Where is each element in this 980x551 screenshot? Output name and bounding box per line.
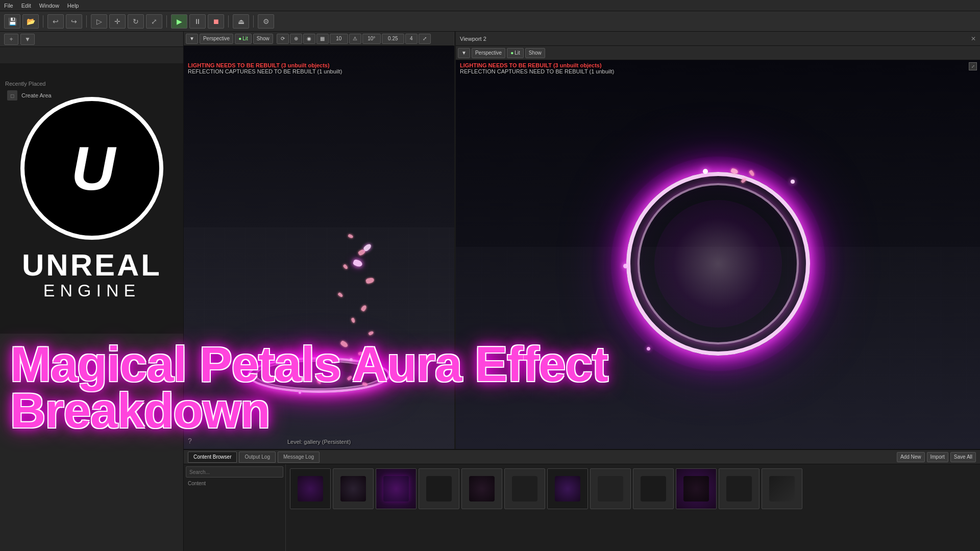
ue-logo-area: U UNREAL ENGINE — [0, 63, 184, 334]
content-search-input[interactable] — [186, 466, 283, 478]
viewport2-lit-btn[interactable]: ● Lit — [507, 48, 524, 58]
add-new-btn[interactable]: Add New — [897, 452, 925, 462]
toolbar-save-btn[interactable]: 💾 — [4, 14, 20, 29]
vp1-btn9[interactable]: 4 — [405, 34, 418, 44]
toolbar-settings-btn[interactable]: ⚙ — [258, 14, 274, 29]
asset-thumb-5[interactable] — [461, 468, 502, 509]
asset-thumb-11[interactable] — [719, 468, 760, 509]
viewport2-show-btn[interactable]: Show — [525, 48, 545, 58]
toolbar-play-btn[interactable]: ▶ — [171, 14, 187, 29]
asset-thumb-9[interactable] — [633, 468, 674, 509]
bottom-panel-content: Content — [184, 464, 980, 551]
viewport1-lit-label: Lit — [242, 36, 248, 41]
toolbar-stop-btn[interactable]: ⏹ — [208, 14, 224, 29]
viewport1-dropdown[interactable]: ▼ — [186, 34, 198, 44]
viewport2-perspective-btn[interactable]: Perspective — [472, 48, 505, 58]
output-log-tab[interactable]: Output Log — [239, 452, 275, 463]
toolbar-pause-btn[interactable]: ⏸ — [189, 14, 206, 29]
petal-glow-1 — [352, 259, 363, 267]
viewport2-dropdown[interactable]: ▼ — [458, 48, 470, 58]
petal-float-5 — [337, 292, 344, 297]
toolbar-rotate-btn[interactable]: ↻ — [128, 14, 144, 29]
vp2-spark4 — [623, 264, 628, 268]
vp1-floating-petals — [333, 230, 394, 362]
vp1-btn6[interactable]: ⚠ — [349, 34, 361, 44]
toolbar-eject-btn[interactable]: ⏏ — [233, 14, 249, 29]
vp2-petal-2 — [741, 178, 747, 184]
petal-float-10 — [358, 352, 363, 356]
asset-thumb-8[interactable] — [590, 468, 631, 509]
save-all-btn[interactable]: Save All — [950, 452, 976, 462]
asset-thumb-2-preview — [340, 476, 366, 502]
toolbar-sep3 — [166, 15, 167, 28]
viewport1-reflection-warning: REFLECTION CAPTURES NEED TO BE REBUILT (… — [188, 68, 342, 74]
main-toolbar: 💾 📂 ↩ ↪ ▷ ✛ ↻ ⤢ ▶ ⏸ ⏹ ⏏ ⚙ — [0, 11, 980, 32]
toolbar-move-btn[interactable]: ✛ — [109, 14, 126, 29]
asset-thumb-1[interactable] — [290, 468, 331, 509]
vp1-floor — [184, 228, 454, 449]
viewport2-title: Viewport 2 — [460, 36, 486, 42]
viewport2-reflection-warning: REFLECTION CAPTURES NEED TO BE REBUILT (… — [460, 68, 614, 74]
vp1-btn8[interactable]: 0.25 — [382, 34, 404, 44]
ue-title-line2: ENGINE — [43, 281, 140, 300]
toolbar-sep4 — [228, 15, 229, 28]
vp1-maximize-btn[interactable]: ⤢ — [419, 34, 431, 44]
import-btn[interactable]: Import — [927, 452, 948, 462]
vp1-btn1[interactable]: ⟳ — [277, 34, 289, 44]
viewport2-content: LIGHTING NEEDS TO BE REBUILT (3 unbuilt … — [456, 60, 980, 449]
ue-u-symbol: U — [71, 138, 113, 199]
asset-thumb-3[interactable] — [376, 468, 416, 509]
asset-thumb-6[interactable] — [504, 468, 545, 509]
petal-float-8 — [368, 331, 374, 336]
vp2-magic-ring-container — [626, 172, 810, 356]
bottom-panel-toolbar: Content Browser Output Log Message Log A… — [184, 450, 980, 464]
viewport1-view-mode-btns: ⟳ ⊕ ◉ ▦ 10 ⚠ 10° 0.25 4 ⤢ — [277, 34, 431, 44]
sidebar-item-create-area[interactable]: ◻ Create Area — [5, 89, 179, 102]
vp1-speed-val: 0.25 — [388, 36, 398, 41]
vp2-ring-center-fill — [654, 200, 782, 328]
viewport2-header: Viewport 2 ✕ — [456, 32, 980, 46]
viewport2-maximize-btn[interactable]: ⤢ — [969, 62, 977, 70]
viewport2-close-btn[interactable]: ✕ — [971, 35, 976, 42]
content-browser-tab[interactable]: Content Browser — [188, 452, 237, 463]
message-log-tab[interactable]: Message Log — [278, 452, 320, 463]
toolbar-redo-btn[interactable]: ↪ — [66, 14, 82, 29]
vp1-btn2[interactable]: ⊕ — [290, 34, 302, 44]
asset-thumb-4-preview — [426, 476, 452, 502]
sidebar-filter-btn[interactable]: ▼ — [20, 34, 35, 45]
menu-edit[interactable]: Edit — [21, 3, 31, 9]
vp2-spark2 — [791, 180, 795, 184]
menu-help[interactable]: Help — [67, 3, 79, 9]
vp1-btn3[interactable]: ◉ — [303, 34, 315, 44]
toolbar-sep5 — [253, 15, 254, 28]
toolbar-undo-btn[interactable]: ↩ — [47, 14, 64, 29]
asset-grid — [286, 464, 980, 551]
asset-thumb-12[interactable] — [762, 468, 802, 509]
vp1-btn5[interactable]: 10 — [330, 34, 348, 44]
viewport1-lighting-warning: LIGHTING NEEDS TO BE REBUILT (3 unbuilt … — [188, 62, 342, 68]
asset-thumb-10[interactable] — [676, 468, 717, 509]
left-sidebar: + ▼ U UNREAL ENGINE Recently Placed ◻ Cr… — [0, 32, 184, 551]
petal-floor-4 — [347, 375, 352, 381]
toolbar-select-btn[interactable]: ▷ — [91, 14, 107, 29]
toolbar-scale-btn[interactable]: ⤢ — [146, 14, 162, 29]
sidebar-toolbar: + ▼ — [0, 32, 183, 47]
asset-thumb-4[interactable] — [419, 468, 459, 509]
asset-thumb-6-preview — [512, 476, 537, 502]
viewport1-lit-btn[interactable]: ● Lit — [235, 34, 252, 44]
vp1-btn7[interactable]: 10° — [362, 34, 381, 44]
toolbar-open-btn[interactable]: 📂 — [22, 14, 39, 29]
viewport2-toolbar: ▼ Perspective ● Lit Show ⤢ — [456, 46, 980, 60]
asset-thumb-2[interactable] — [333, 468, 374, 509]
sidebar-add-btn[interactable]: + — [4, 34, 18, 45]
vp1-btn4[interactable]: ▦ — [316, 34, 329, 44]
asset-thumb-7[interactable] — [547, 468, 588, 509]
viewport1-perspective-btn[interactable]: Perspective — [200, 34, 233, 44]
viewport1-show-btn[interactable]: Show — [253, 34, 273, 44]
vp1-help-btn[interactable]: ? — [188, 437, 192, 445]
menu-window[interactable]: Window — [39, 3, 59, 9]
menu-file[interactable]: File — [4, 3, 13, 9]
asset-thumb-7-preview — [555, 476, 580, 502]
asset-thumb-9-preview — [641, 476, 666, 502]
asset-thumb-10-preview — [683, 476, 709, 502]
